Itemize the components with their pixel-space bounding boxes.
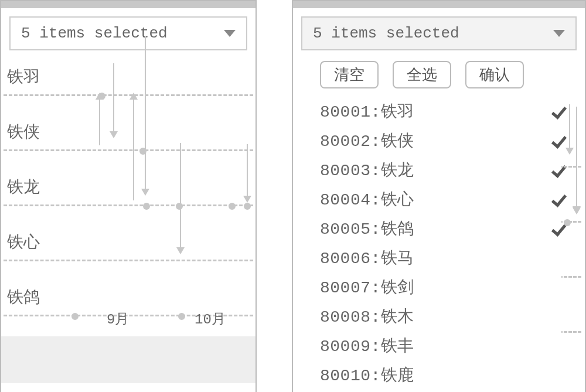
menu-item-label: 80008:铁木 bbox=[320, 305, 414, 328]
series-select-dropdown-open[interactable]: 5 items selected bbox=[301, 16, 577, 50]
dropdown-label: 5 items selected bbox=[313, 25, 459, 42]
confirm-button[interactable]: 确认 bbox=[465, 61, 524, 88]
series-row: 铁侠 bbox=[1, 88, 255, 143]
arrow-down-icon bbox=[180, 143, 181, 247]
menu-item-label: 80010:铁鹿 bbox=[320, 364, 414, 386]
series-label: 铁心 bbox=[7, 231, 40, 253]
series-label: 铁侠 bbox=[7, 121, 40, 143]
menu-item-label: 80005:铁鸽 bbox=[320, 217, 414, 240]
arrow-down-icon bbox=[113, 63, 114, 131]
arrow-down-icon bbox=[247, 144, 248, 196]
series-label: 铁鸽 bbox=[7, 286, 40, 308]
series-row: 铁心 bbox=[1, 198, 255, 253]
menu-item-list: 80001:铁羽80002:铁侠80003:铁龙80004:铁心80005:铁鸽… bbox=[314, 97, 577, 390]
x-tick-label: 10月 bbox=[195, 309, 226, 328]
menu-item[interactable]: 80005:铁鸽 bbox=[314, 214, 577, 243]
arrow-down-icon bbox=[576, 162, 577, 207]
menu-item[interactable]: 80001:铁羽 bbox=[314, 97, 577, 126]
series-label: 铁羽 bbox=[7, 66, 40, 88]
menu-item[interactable]: 80008:铁木 bbox=[314, 302, 577, 331]
series-select-dropdown[interactable]: 5 items selected bbox=[9, 16, 247, 50]
menu-item[interactable]: 80006:铁马 bbox=[314, 243, 577, 272]
menu-item-label: 80003:铁龙 bbox=[320, 159, 414, 181]
window-titlebar bbox=[1, 1, 255, 8]
chart-footer-area bbox=[1, 336, 255, 383]
chevron-down-icon bbox=[224, 30, 236, 37]
menu-item[interactable]: 80010:铁鹿 bbox=[314, 360, 577, 390]
menu-item-label: 80001:铁羽 bbox=[320, 100, 414, 122]
menu-item[interactable]: 80009:铁丰 bbox=[314, 331, 577, 360]
menu-button-row: 清空 全选 确认 bbox=[320, 61, 577, 88]
arrow-up-icon bbox=[133, 100, 134, 200]
x-axis: 9月 10月 bbox=[1, 308, 255, 334]
right-panel: 5 items selected 清空 全选 确认 80001:铁羽80002:… bbox=[292, 0, 586, 392]
menu-item[interactable]: 80007:铁剑 bbox=[314, 272, 577, 302]
event-timeline-chart: 铁羽 铁侠 铁龙 铁心 铁鸽 bbox=[1, 61, 255, 336]
menu-item-label: 80002:铁侠 bbox=[320, 129, 414, 152]
menu-item-label: 80007:铁剑 bbox=[320, 276, 414, 298]
series-label: 铁龙 bbox=[7, 176, 40, 198]
left-panel: 5 items selected 铁羽 铁侠 铁龙 铁心 bbox=[0, 0, 257, 392]
dropdown-menu: 清空 全选 确认 80001:铁羽80002:铁侠80003:铁龙80004:铁… bbox=[314, 61, 577, 390]
menu-item[interactable]: 80003:铁龙 bbox=[314, 155, 577, 185]
series-row: 铁鸽 bbox=[1, 253, 255, 308]
series-row: 铁龙 bbox=[1, 143, 255, 198]
menu-item[interactable]: 80002:铁侠 bbox=[314, 126, 577, 155]
arrow-down-icon bbox=[145, 36, 146, 189]
arrow-up-icon bbox=[99, 100, 100, 145]
chart-peek bbox=[561, 104, 582, 392]
arrow-down-icon bbox=[569, 104, 570, 148]
select-all-button[interactable]: 全选 bbox=[393, 61, 451, 88]
menu-item-label: 80004:铁心 bbox=[320, 188, 414, 210]
series-row: 铁羽 bbox=[1, 61, 255, 88]
menu-item[interactable]: 80004:铁心 bbox=[314, 185, 577, 214]
x-tick-label: 9月 bbox=[107, 309, 129, 328]
clear-button[interactable]: 清空 bbox=[320, 61, 379, 88]
menu-item-label: 80006:铁马 bbox=[320, 247, 414, 269]
chevron-down-icon bbox=[553, 30, 565, 37]
window-titlebar bbox=[293, 1, 585, 8]
menu-item-label: 80009:铁丰 bbox=[320, 335, 414, 357]
